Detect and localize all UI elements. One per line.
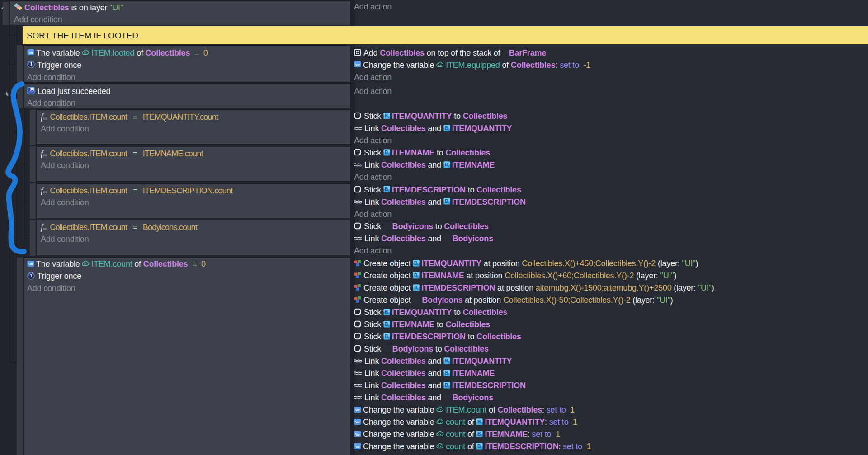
svg-text:Var: Var (355, 63, 360, 66)
svg-text:b: b (448, 385, 450, 388)
svg-text:b: b (388, 116, 390, 119)
svg-text:b: b (388, 324, 390, 327)
svg-text:b: b (481, 422, 482, 425)
svg-text:b: b (388, 337, 390, 339)
svg-text:b: b (448, 128, 450, 131)
svg-text:b: b (417, 263, 419, 266)
svg-text:Var: Var (355, 432, 360, 436)
svg-text:b: b (481, 446, 482, 449)
svg-text:Var: Var (355, 420, 360, 423)
svg-text:b: b (388, 312, 390, 315)
svg-text:b: b (448, 373, 450, 376)
svg-text:b: b (417, 288, 419, 291)
svg-text:b: b (448, 165, 450, 168)
svg-text:b: b (388, 153, 390, 155)
svg-text:b: b (388, 190, 390, 192)
svg-text:b: b (417, 276, 419, 278)
svg-text:b: b (448, 202, 450, 205)
svg-text:b: b (481, 434, 482, 437)
svg-text:b: b (448, 361, 450, 364)
svg-text:Var: Var (355, 408, 360, 411)
svg-text:Var: Var (355, 445, 360, 448)
